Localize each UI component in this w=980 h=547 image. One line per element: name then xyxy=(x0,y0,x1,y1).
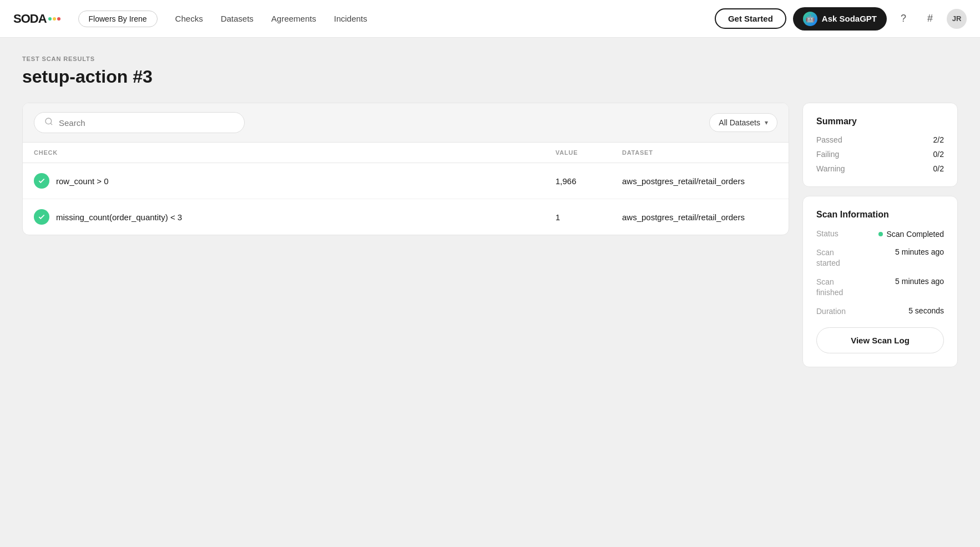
view-scan-log-button[interactable]: View Scan Log xyxy=(816,327,944,353)
scan-started-label: Scanstarted xyxy=(816,247,840,269)
table-header: CHECK VALUE DATASET xyxy=(23,143,789,163)
summary-label-warning: Warning xyxy=(816,164,845,173)
logo-dot-yellow xyxy=(53,17,56,21)
summary-card: Summary Passed 2/2 Failing 0/2 Warning 0… xyxy=(802,103,958,187)
dataset-filter-dropdown[interactable]: All Datasets ▾ xyxy=(709,113,777,132)
nav-link-datasets[interactable]: Datasets xyxy=(221,14,254,23)
scan-started-row: Scanstarted 5 minutes ago xyxy=(816,247,944,269)
navbar: SODA Flowers By Irene Checks Datasets Ag… xyxy=(0,0,980,38)
nav-link-agreements[interactable]: Agreements xyxy=(271,14,316,23)
scan-info-card: Scan Information Status Scan Completed S… xyxy=(802,196,958,367)
logo-dot-red xyxy=(57,17,60,21)
search-bar: All Datasets ▾ xyxy=(23,103,789,143)
pass-icon-2 xyxy=(34,209,49,225)
check-cell-2: missing_count(order_quantity) < 3 xyxy=(34,209,555,225)
breadcrumb: TEST SCAN RESULTS xyxy=(22,55,958,62)
org-selector[interactable]: Flowers By Irene xyxy=(78,11,158,27)
col-header-dataset: DATASET xyxy=(622,149,777,156)
scan-duration-row: Duration 5 seconds xyxy=(816,306,944,317)
main-content: TEST SCAN RESULTS setup-action #3 All Da… xyxy=(0,38,980,547)
scan-duration-label: Duration xyxy=(816,306,846,317)
check-dataset-1: aws_postgres_retail/retail_orders xyxy=(622,176,777,186)
dataset-filter-label: All Datasets xyxy=(719,118,760,127)
summary-value-warning: 0/2 xyxy=(933,164,944,173)
summary-row-failing: Failing 0/2 xyxy=(816,150,944,159)
right-panel: Summary Passed 2/2 Failing 0/2 Warning 0… xyxy=(802,103,958,367)
get-started-button[interactable]: Get Started xyxy=(715,8,786,29)
chevron-down-icon: ▾ xyxy=(765,119,768,126)
nav-links: Checks Datasets Agreements Incidents xyxy=(175,14,697,23)
user-avatar[interactable]: JR xyxy=(947,9,967,29)
check-name-1: row_count > 0 xyxy=(56,176,109,186)
summary-row-passed: Passed 2/2 xyxy=(816,135,944,144)
check-value-2: 1 xyxy=(555,212,622,222)
ask-soda-label: Ask SodaGPT xyxy=(822,14,877,23)
nav-link-incidents[interactable]: Incidents xyxy=(334,14,367,23)
summary-label-passed: Passed xyxy=(816,135,842,144)
check-cell-1: row_count > 0 xyxy=(34,173,555,189)
nav-link-checks[interactable]: Checks xyxy=(175,14,203,23)
ask-soda-button[interactable]: 🤖 Ask SodaGPT xyxy=(793,7,887,31)
scan-finished-row: Scanfinished 5 minutes ago xyxy=(816,277,944,298)
table-row[interactable]: row_count > 0 1,966 aws_postgres_retail/… xyxy=(23,163,789,199)
logo-dot-green xyxy=(48,17,52,21)
logo-text: SODA xyxy=(13,12,47,26)
search-input-wrapper[interactable] xyxy=(34,112,245,133)
scan-status-label: Status xyxy=(816,229,838,240)
summary-value-failing: 0/2 xyxy=(933,150,944,159)
scan-finished-label: Scanfinished xyxy=(816,277,843,298)
check-dataset-2: aws_postgres_retail/retail_orders xyxy=(622,212,777,222)
scan-status-text: Scan Completed xyxy=(886,230,944,239)
scan-finished-value: 5 minutes ago xyxy=(895,277,944,298)
col-header-check: CHECK xyxy=(34,149,555,156)
svg-point-0 xyxy=(46,118,52,124)
check-name-2: missing_count(order_quantity) < 3 xyxy=(56,212,182,222)
results-panel: All Datasets ▾ CHECK VALUE DATASET xyxy=(22,103,789,235)
slack-button[interactable]: # xyxy=(920,9,940,29)
scan-info-title: Scan Information xyxy=(816,210,944,220)
summary-value-passed: 2/2 xyxy=(933,135,944,144)
table-row[interactable]: missing_count(order_quantity) < 3 1 aws_… xyxy=(23,199,789,235)
content-layout: All Datasets ▾ CHECK VALUE DATASET xyxy=(22,103,958,367)
search-icon xyxy=(44,117,53,128)
logo-dots xyxy=(48,17,60,21)
scan-duration-value: 5 seconds xyxy=(908,306,944,317)
pass-icon-1 xyxy=(34,173,49,189)
svg-line-1 xyxy=(50,123,52,125)
scan-started-value: 5 minutes ago xyxy=(895,247,944,269)
summary-label-failing: Failing xyxy=(816,150,839,159)
summary-row-warning: Warning 0/2 xyxy=(816,164,944,173)
soda-gpt-avatar: 🤖 xyxy=(803,12,817,26)
col-header-value: VALUE xyxy=(555,149,622,156)
status-dot xyxy=(878,232,883,236)
help-button[interactable]: ? xyxy=(893,9,913,29)
scan-status-row: Status Scan Completed xyxy=(816,229,944,240)
nav-right: Get Started 🤖 Ask SodaGPT ? # JR xyxy=(715,7,967,31)
logo: SODA xyxy=(13,12,60,26)
search-input[interactable] xyxy=(59,118,234,128)
page-title: setup-action #3 xyxy=(22,67,958,87)
check-value-1: 1,966 xyxy=(555,176,622,186)
summary-title: Summary xyxy=(816,117,944,126)
scan-status-value: Scan Completed xyxy=(878,229,944,240)
